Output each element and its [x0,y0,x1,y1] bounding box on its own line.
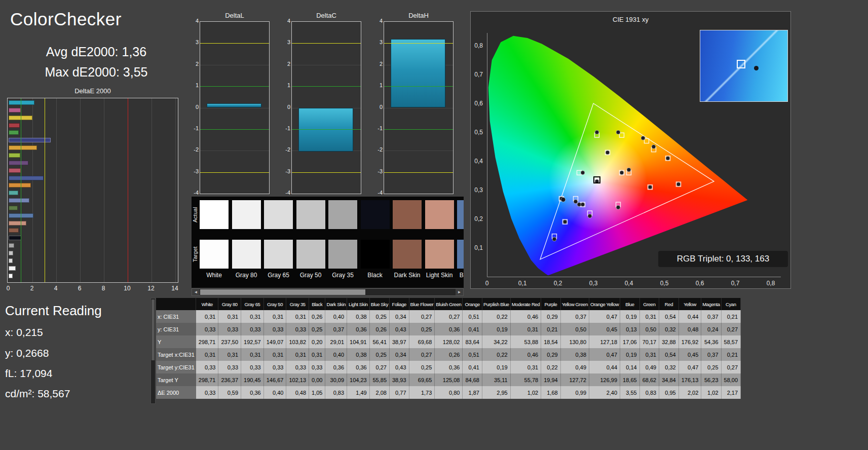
reading-cdm2: cd/m²: 58,567 [5,388,70,400]
deltae-bar-magenta [9,108,21,113]
table-cell: 0,22 [541,361,561,373]
table-cell: 237,50 [218,335,241,348]
axis-tick-label: 1 [284,82,290,88]
patch-label: Gray 50 [293,272,328,279]
swatch-target-white [200,240,229,269]
cie-measured-point [627,168,631,172]
axis-tick-label: 3 [376,39,383,45]
axis-tick-label: 0,1 [518,280,527,287]
patch-label: White [197,272,232,279]
scroll-right-button[interactable]: ► [456,289,463,295]
deltac-chart: DeltaC 43210-1-2-3-4 [284,21,361,194]
table-cell: 58,00 [721,373,741,386]
scrollbar-thumb[interactable] [200,289,365,295]
table-cell: 0,33 [286,323,309,335]
table-cell: 0,26 [435,348,463,361]
table-cell: 0,44 [678,310,701,323]
cie-measured-point [648,185,652,189]
reading-x: x: 0,215 [5,326,43,339]
axis-tick-label: -3 [376,168,383,174]
table-cell: 104,91 [347,335,370,348]
table-cell: 236,37 [218,373,241,386]
cie-measured-point [666,156,670,160]
table-cell: 0,25 [409,323,435,335]
axis-tick-label: 0,3 [474,186,483,194]
ref-line [292,43,361,44]
axis-tick-label: -2 [192,146,199,153]
table-cell: 0,27 [409,348,435,361]
table-cell: 0,33 [196,323,218,335]
table-cell: 298,71 [196,373,218,386]
table-cell: 0,31 [263,348,286,361]
deltac-chart-title: DeltaC [291,12,361,19]
table-cell: 0,38 [560,348,589,361]
patch-strip-scrollbar[interactable]: ◄ ► [192,288,464,296]
table-cell: 0,99 [560,386,589,399]
axis-tick-label: 0,8 [767,280,775,287]
srgb-gamut-triangle [540,103,714,259]
actual-row-label: Actual [192,200,199,229]
table-cell: 0,43 [390,323,409,335]
table-cell: 0,40 [263,386,286,399]
table-cell: 0,45 [589,323,620,335]
table-cell: 0,95 [659,386,679,399]
axis-tick-label: 1 [376,82,383,88]
cie-measured-point [641,136,645,140]
table-cell: 0,59 [218,386,241,399]
inset-measured-dot [754,66,759,70]
table-cell: 68,62 [639,373,659,386]
table-cell: 125,08 [435,373,463,386]
table-cell: 69,68 [409,335,435,348]
table-cell: 32,88 [659,335,679,348]
gridline [104,98,104,282]
table-cell: 0,36 [325,361,347,373]
scroll-left-button[interactable]: ◄ [192,289,200,295]
table-cell: 17,06 [620,335,640,348]
swatch-target-gray-80 [232,240,261,269]
axis-tick-label: 0 [284,104,290,110]
table-row-label: Target y:CIE31 [156,361,196,373]
table-cell: 84,68 [463,373,482,386]
table-cell: 0,54 [659,348,679,361]
reading-fl: fL: 17,094 [5,367,52,380]
table-cell: 29,01 [325,335,347,348]
deltae2000-chart-title: DeltaE 2000 [7,87,178,95]
table-cell: 0,43 [390,361,409,373]
table-cell: 0,27 [721,323,741,335]
table-cell: 0,26 [369,323,389,335]
table-scrollbar-thumb[interactable] [152,299,155,360]
table-cell: 19,94 [541,373,561,386]
table-cell: 30,09 [325,373,347,386]
swatch-actual-gray-80 [232,200,261,229]
table-cell: 128,02 [435,335,463,348]
axis-tick-label: 0,6 [474,100,483,107]
patch-label: Gray 80 [229,272,264,279]
table-cell: 0,31 [510,361,541,373]
swatch-actual-black [361,200,390,229]
table-col-header: Yellow [678,298,701,310]
table-cell: 0,47 [589,310,620,323]
swatch-actual-gray-65 [264,200,293,229]
axis-tick-label: 4 [376,18,383,24]
cie-target-square [620,133,624,137]
deltae-bar-dark-skin [9,228,19,233]
table-cell: 0,41 [463,323,482,335]
table-scrollbar[interactable] [150,298,156,404]
axis-tick-label: 4 [284,18,290,24]
table-cell: 146,67 [263,373,286,386]
deltah-bar [391,39,445,108]
ref-line [292,172,361,173]
table-cell: 0,19 [482,361,510,373]
table-col-header: Moderate Red [510,298,541,310]
table-cell: 56,41 [369,335,389,348]
patch-label: Blue Sky [454,272,464,279]
swatch-actual-gray-50 [296,200,325,229]
table-cell: 0,20 [309,335,325,348]
table-col-header: Gray 50 [263,298,286,310]
table-cell: 0,31 [286,310,309,323]
table-cell: 2,08 [369,386,389,399]
table-cell: 102,13 [286,373,309,386]
table-col-header: Red [659,298,679,310]
table-cell: 1,87 [463,386,482,399]
deltae-bar-gray-35 [9,243,14,248]
